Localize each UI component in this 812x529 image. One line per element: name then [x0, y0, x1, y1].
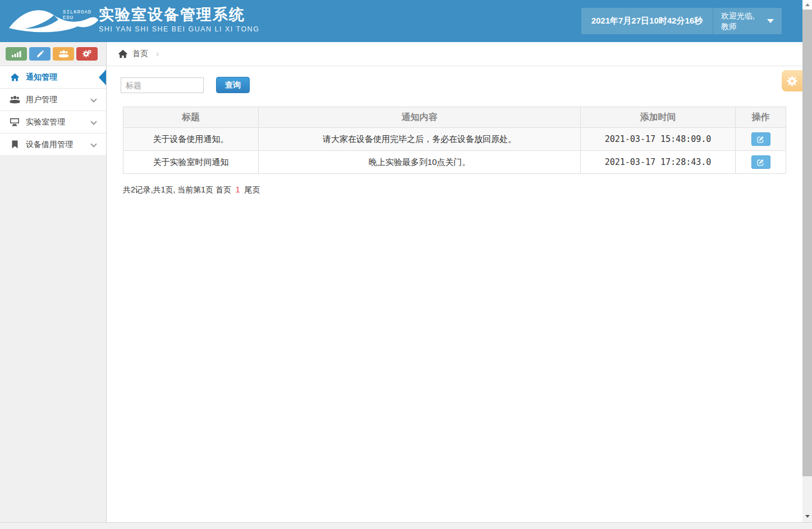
column-header-title: 标题 [123, 107, 259, 128]
welcome-line1: 欢迎光临, [721, 11, 755, 21]
table-row: 关于设备使用通知。 请大家在设备使用完毕之后，务必在设备放回原处。 2021-0… [123, 128, 786, 151]
edit-button[interactable] [751, 155, 770, 169]
table-row: 关于实验室时间通知 晚上实验最多到10点关门。 2021-03-17 17:28… [123, 151, 786, 174]
wave-logo-icon [8, 3, 99, 38]
column-header-content: 通知内容 [259, 107, 581, 128]
app-subtitle: SHI YAN SHI SHE BEI GUAN LI XI TONG [99, 25, 259, 33]
logo-text: SILKROAD EDU [63, 10, 99, 21]
header-right-panel: 2021年7月27日10时42分16秒 欢迎光临, 教师 [581, 8, 782, 34]
gears-icon [82, 49, 92, 58]
breadcrumb-separator: › [156, 49, 159, 59]
welcome-text: 欢迎光临, 教师 [721, 11, 755, 32]
silkroad-logo: SILKROAD EDU [8, 3, 99, 38]
sidebar-item-label: 用户管理 [26, 95, 57, 105]
notice-content-cell: 请大家在设备使用完毕之后，务必在设备放回原处。 [259, 128, 581, 151]
lab-equipment-management-app: SILKROAD EDU 实验室设备管理系统 SHI YAN SHI SHE B… [0, 0, 812, 529]
notice-time-cell: 2021-03-17 17:28:43.0 [581, 151, 736, 174]
vertical-scrollbar-thumb[interactable] [802, 10, 812, 476]
sidebar-item-label: 设备借用管理 [26, 140, 73, 150]
chevron-down-icon [90, 96, 97, 102]
chevron-down-icon [90, 141, 97, 147]
notice-title-cell: 关于设备使用通知。 [123, 128, 259, 151]
user-menu[interactable]: 欢迎光临, 教师 [713, 8, 782, 34]
bar-chart-icon [11, 50, 21, 58]
breadcrumb-home-label[interactable]: 首页 [132, 49, 148, 59]
edit-icon [757, 136, 764, 143]
users-icon [9, 95, 20, 104]
notice-time-cell: 2021-03-17 15:48:09.0 [581, 128, 736, 151]
bar-chart-button[interactable] [6, 47, 27, 61]
users-button[interactable] [53, 47, 74, 61]
pencil-button[interactable] [29, 47, 51, 61]
edit-icon [757, 159, 764, 166]
pagination: 共2记录,共1页, 当前第1页 首页 1 尾页 [123, 185, 260, 195]
active-item-marker [99, 70, 106, 85]
home-icon [9, 73, 20, 81]
scroll-down-arrow-icon[interactable] [802, 512, 812, 521]
scroll-up-arrow-icon[interactable] [802, 0, 812, 10]
datetime-display: 2021年7月27日10时42分16秒 [581, 8, 713, 34]
sidebar-item-notice-management[interactable]: 通知管理 [0, 66, 106, 89]
table-header-row: 标题 通知内容 添加时间 操作 [123, 107, 786, 128]
notice-content-cell: 晚上实验最多到10点关门。 [259, 151, 581, 174]
column-header-operation: 操作 [736, 107, 786, 128]
pencil-icon [36, 50, 44, 58]
sidebar: 通知管理 用户管理 [0, 42, 107, 522]
monitor-icon [9, 118, 20, 126]
edit-button[interactable] [751, 132, 770, 146]
operation-cell [736, 151, 786, 174]
caret-down-icon [767, 19, 774, 23]
horizontal-scrollbar[interactable] [0, 522, 812, 529]
search-row: 查询 [121, 77, 250, 93]
settings-panel-toggle[interactable] [782, 70, 802, 91]
column-header-time: 添加时间 [581, 107, 736, 128]
query-button[interactable]: 查询 [216, 77, 250, 93]
welcome-line2: 教师 [721, 21, 755, 32]
users-icon [58, 50, 69, 58]
last-page-link[interactable]: 尾页 [245, 185, 260, 194]
vertical-scrollbar[interactable] [802, 0, 812, 522]
breadcrumb-home-icon[interactable] [118, 49, 128, 58]
gear-icon [786, 75, 798, 87]
bookmark-icon [9, 140, 20, 149]
main-content: 查询 标题 通知内容 添加 [107, 66, 802, 522]
gears-button[interactable] [76, 47, 98, 61]
app-title: 实验室设备管理系统 [99, 5, 259, 24]
operation-cell [736, 128, 786, 151]
chevron-down-icon [90, 118, 97, 125]
sidebar-item-equipment-borrow-management[interactable]: 设备借用管理 [0, 134, 106, 156]
app-header: SILKROAD EDU 实验室设备管理系统 SHI YAN SHI SHE B… [0, 0, 802, 42]
sidebar-item-user-management[interactable]: 用户管理 [0, 89, 106, 111]
title-search-input[interactable] [121, 77, 204, 93]
sidebar-item-label: 实验室管理 [26, 117, 65, 127]
notice-title-cell: 关于实验室时间通知 [123, 151, 259, 174]
app-title-block: 实验室设备管理系统 SHI YAN SHI SHE BEI GUAN LI XI… [99, 5, 259, 33]
breadcrumb: 首页 › [107, 42, 802, 66]
sidebar-quick-buttons [0, 42, 106, 66]
sidebar-item-label: 通知管理 [26, 72, 57, 82]
first-page-link[interactable]: 首页 [215, 185, 231, 194]
current-page-number: 1 [236, 185, 240, 194]
sidebar-menu: 通知管理 用户管理 [0, 66, 106, 156]
pagination-summary: 共2记录,共1页, 当前第1页 [123, 185, 213, 194]
sidebar-item-lab-management[interactable]: 实验室管理 [0, 111, 106, 134]
notice-table: 标题 通知内容 添加时间 操作 关于设备使用通知。 请大家在设备使用完毕之后，务… [123, 107, 786, 174]
